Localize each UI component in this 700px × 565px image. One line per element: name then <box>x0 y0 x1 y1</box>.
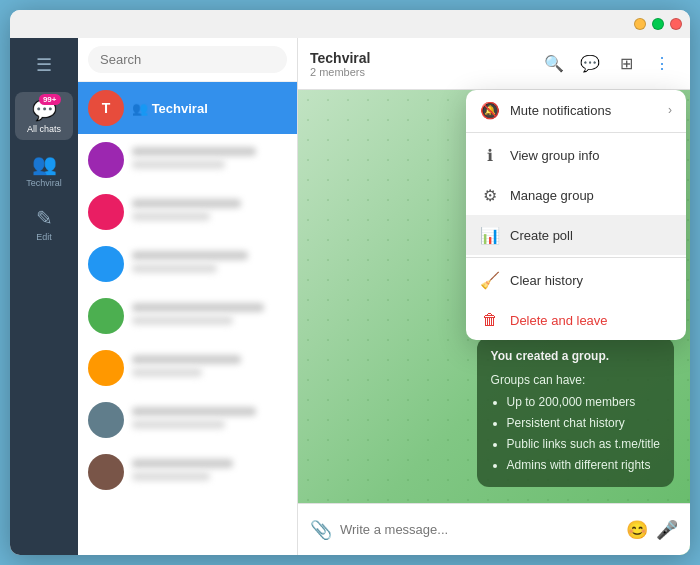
blurred-row-3 <box>78 238 297 290</box>
manage-icon: ⚙ <box>480 185 500 205</box>
divider-1 <box>466 132 686 133</box>
blurred-chats <box>78 134 297 555</box>
dropdown-clear[interactable]: 🧹 Clear history <box>466 260 686 300</box>
badge-wrapper: 💬 99+ <box>32 98 57 122</box>
blur-avatar-4 <box>88 298 124 334</box>
blur-avatar-6 <box>88 402 124 438</box>
unread-badge: 99+ <box>39 94 61 105</box>
dropdown-mute[interactable]: 🔕 Mute notifications › <box>466 90 686 130</box>
chat-header-info: Techviral 2 members <box>310 50 530 78</box>
dropdown-manage[interactable]: ⚙ Manage group <box>466 175 686 215</box>
blur-avatar-3 <box>88 246 124 282</box>
header-actions: 🔍 💬 ⊞ ⋮ <box>538 48 678 80</box>
message-list: Up to 200,000 members Persistent chat hi… <box>491 393 660 474</box>
message-bubble: You created a group. Groups can have: Up… <box>477 337 674 487</box>
delete-icon: 🗑 <box>480 310 500 330</box>
view-group-label: View group info <box>510 148 672 163</box>
blur-line <box>132 199 241 208</box>
sidebar-item-edit[interactable]: ✎ Edit <box>15 200 73 248</box>
avatar: T <box>88 90 124 126</box>
blur-line <box>132 212 210 221</box>
dropdown-poll[interactable]: 📊 Create poll <box>466 215 686 255</box>
message-point-3: Public links such as t.me/title <box>507 435 660 453</box>
message-point-2: Persistent chat history <box>507 414 660 432</box>
voice-icon[interactable]: 🎤 <box>656 519 678 541</box>
blur-lines-1 <box>132 147 287 173</box>
message-point-4: Admins with different rights <box>507 456 660 474</box>
more-button[interactable]: ⋮ <box>646 48 678 80</box>
titlebar-controls <box>634 18 682 30</box>
layout-button[interactable]: ⊞ <box>610 48 642 80</box>
app-window: ☰ 💬 99+ All chats 👥 Techviral ✎ Edit <box>10 10 690 555</box>
app-body: ☰ 💬 99+ All chats 👥 Techviral ✎ Edit <box>10 38 690 555</box>
group-icon: 👥 <box>32 152 57 176</box>
poll-label: Create poll <box>510 228 672 243</box>
attachment-icon[interactable]: 📎 <box>310 519 332 541</box>
message-input-bar: 📎 😊 🎤 <box>298 503 690 555</box>
blur-line <box>132 459 233 468</box>
blur-lines-5 <box>132 355 287 381</box>
dropdown-delete[interactable]: 🗑 Delete and leave <box>466 300 686 340</box>
search-input[interactable] <box>88 46 287 73</box>
chat-item-info: 👥 Techviral <box>132 101 287 116</box>
sidebar-item-techviral[interactable]: 👥 Techviral <box>15 146 73 194</box>
blur-line <box>132 420 225 429</box>
hamburger-menu[interactable]: ☰ <box>30 48 58 82</box>
blur-line <box>132 264 217 273</box>
manage-label: Manage group <box>510 188 672 203</box>
maximize-button[interactable] <box>652 18 664 30</box>
blur-lines-4 <box>132 303 287 329</box>
search-button[interactable]: 🔍 <box>538 48 570 80</box>
chevron-icon: › <box>668 103 672 117</box>
message-input[interactable] <box>340 522 618 537</box>
message-title: You created a group. <box>491 347 660 365</box>
delete-label: Delete and leave <box>510 313 672 328</box>
mute-icon: 🔕 <box>480 100 500 120</box>
blur-line <box>132 472 210 481</box>
poll-icon: 📊 <box>480 225 500 245</box>
blur-lines-3 <box>132 251 287 277</box>
blur-lines-2 <box>132 199 287 225</box>
sidebar-narrow: ☰ 💬 99+ All chats 👥 Techviral ✎ Edit <box>10 38 78 555</box>
chat-subtitle: 2 members <box>310 66 530 78</box>
info-icon: ℹ <box>480 145 500 165</box>
blur-lines-7 <box>132 459 287 485</box>
chat-list-panel: T 👥 Techviral <box>78 38 298 555</box>
blur-line <box>132 407 256 416</box>
blur-avatar-5 <box>88 350 124 386</box>
chat-name: 👥 Techviral <box>132 101 287 116</box>
blur-line <box>132 160 225 169</box>
blur-line <box>132 316 233 325</box>
sticker-button[interactable]: 💬 <box>574 48 606 80</box>
chat-item-active[interactable]: T 👥 Techviral <box>78 82 297 134</box>
blur-line <box>132 368 202 377</box>
blur-avatar-1 <box>88 142 124 178</box>
message-subtitle: Groups can have: <box>491 371 660 389</box>
chat-title: Techviral <box>310 50 530 66</box>
blur-avatar-2 <box>88 194 124 230</box>
blur-line <box>132 355 241 364</box>
chat-main: Techviral 2 members 🔍 💬 ⊞ ⋮ ↗ You create… <box>298 38 690 555</box>
chat-header: Techviral 2 members 🔍 💬 ⊞ ⋮ <box>298 38 690 90</box>
titlebar <box>10 10 690 38</box>
search-bar <box>78 38 297 82</box>
blur-line <box>132 147 256 156</box>
techviral-label: Techviral <box>26 178 62 188</box>
sidebar-item-all-chats[interactable]: 💬 99+ All chats <box>15 92 73 140</box>
blur-avatar-7 <box>88 454 124 490</box>
blur-lines-6 <box>132 407 287 433</box>
message-point-1: Up to 200,000 members <box>507 393 660 411</box>
dropdown-view-group[interactable]: ℹ View group info <box>466 135 686 175</box>
divider-2 <box>466 257 686 258</box>
blurred-row-1 <box>78 134 297 186</box>
group-indicator: 👥 <box>132 101 152 116</box>
close-button[interactable] <box>670 18 682 30</box>
blurred-row-6 <box>78 394 297 446</box>
dropdown-menu: 🔕 Mute notifications › ℹ View group info… <box>466 90 686 340</box>
emoji-icon[interactable]: 😊 <box>626 519 648 541</box>
minimize-button[interactable] <box>634 18 646 30</box>
blurred-row-4 <box>78 290 297 342</box>
clear-label: Clear history <box>510 273 672 288</box>
edit-icon: ✎ <box>36 206 53 230</box>
blur-line <box>132 303 264 312</box>
